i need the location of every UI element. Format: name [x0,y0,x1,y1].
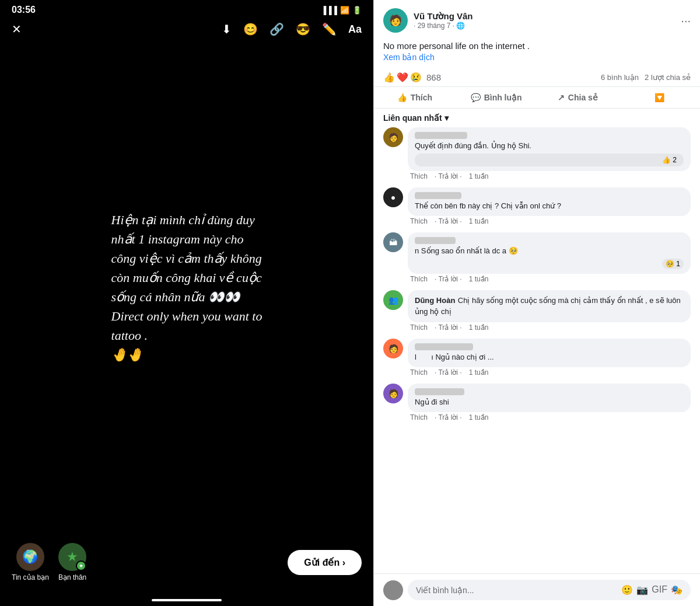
comment-username-blurred [415,388,464,395]
share-count[interactable]: 2 lượt chia sẻ [645,73,691,82]
comment-input-box[interactable]: Viết bình luận... 🙂 📷 GIF 🎭 [408,580,691,600]
comment-like-badge: 🥺 1 [662,259,684,269]
comment-text: l ı Ngủ nào chị ơi ... [415,353,494,361]
comment-username[interactable]: Dũng Hoàn [415,296,455,305]
comment-actions: Thích · Trả lời · 1 tuần [408,216,691,227]
recipient-ban-than[interactable]: ★ ★ Bạn thân [58,543,86,581]
heart-reaction-icon: ❤️ [397,72,408,83]
comment-text: Quyết định đúng đắn. Ủng hộ Shi. [415,141,531,150]
like-icon: 👍 [397,93,407,102]
status-time: 03:56 [12,5,36,15]
comment-actions: Thích · Trả lời · 1 tuần [408,412,691,423]
comment-bubble: Dũng Hoàn Chị hãy sống một cuộc sống mà … [408,290,691,322]
comment-time: 1 tuần [469,323,489,332]
sad-reaction-icon: 😢 [410,72,422,83]
comment-button[interactable]: 💬 Bình luận [456,88,537,107]
comment-text: Ngủ đi shi [415,398,449,406]
translate-link[interactable]: Xem bản dịch [383,52,691,64]
post-header-left: 🧑 Vũ Tường Vân · 29 tháng 7 · 🌐 [383,8,473,33]
comment-time: 1 tuần [469,172,489,180]
extra-icon: 🔽 [654,93,664,102]
comment-reply-action[interactable]: · Trả lời · [435,217,462,225]
story-recipients: 🌍 Tin của bạn ★ ★ Bạn thân [12,543,86,581]
comment-reply-action[interactable]: · Trả lời · [435,323,462,332]
comment-bubble: l ı Ngủ nào chị ơi ... [408,339,691,367]
comment-reply-action[interactable]: · Trả lời · [435,413,462,422]
comment-time: 1 tuần [469,368,489,377]
comment-like-action[interactable]: Thích [410,323,428,332]
comment-like-action[interactable]: Thích [410,172,428,180]
sticker-icon[interactable]: 😎 [296,22,310,36]
comment-item: ● Thế còn bên fb này chị ? Chị vẫn onl c… [383,187,691,227]
emoji-face-icon[interactable]: 😊 [243,22,258,36]
home-indicator [152,599,222,601]
story-content: Hiện tại mình chỉ dùng duy nhất 1 instag… [0,41,373,534]
comment-reply-action[interactable]: · Trả lời · [435,368,462,377]
recipient-tin-cua-ban[interactable]: 🌍 Tin của bạn [12,543,49,581]
comment-time: 1 tuần [469,413,489,422]
download-icon[interactable]: ⬇ [222,22,232,36]
comment-like-action[interactable]: Thích [410,275,428,283]
comment-item: 🏔 n Sống sao ổn nhất là dc a 🥺 🥺 1 Thích… [383,232,691,284]
text-tool-icon[interactable]: Aa [348,23,362,36]
reaction-icons[interactable]: 👍 ❤️ 😢 [383,72,422,83]
comment-count[interactable]: 6 bình luận [601,73,639,82]
sort-bar[interactable]: Liên quan nhất ▾ [374,109,700,127]
comment-avatar: ● [383,187,403,207]
comment-time: 1 tuần [469,217,489,225]
comment-input-avatar [383,580,403,600]
comment-username-blurred [415,343,473,350]
poster-meta: · 29 tháng 7 · 🌐 [414,22,473,30]
reactions-left: 👍 ❤️ 😢 868 [383,72,441,83]
comment-username-blurred [415,132,467,139]
reaction-count: 868 [426,72,441,82]
poster-info: Vũ Tường Vân · 29 tháng 7 · 🌐 [414,11,473,30]
comment-bubble: Thế còn bên fb này chị ? Chị vẫn onl chứ… [408,187,691,216]
story-bottom: 🌍 Tin của bạn ★ ★ Bạn thân Gửi đến › [0,534,373,599]
close-icon[interactable]: ✕ [12,22,22,36]
comment-avatar: 🧑 [383,384,403,403]
comment-avatar: 🏔 [383,232,403,252]
instagram-story-panel: 03:56 ▐▐▐ 📶 🔋 ✕ ⬇ 😊 🔗 😎 ✏️ Aa Hiện tại m… [0,0,373,606]
recipient-label-1: Tin của bạn [12,573,49,581]
pen-icon[interactable]: ✏️ [322,22,337,36]
comment-actions: Thích · Trả lời · 1 tuần [408,171,691,182]
like-button[interactable]: 👍 Thích [374,88,456,107]
send-button[interactable]: Gửi đến › [288,550,362,575]
green-badge-icon: ★ [76,560,86,571]
facebook-post-panel: 🧑 Vũ Tường Vân · 29 tháng 7 · 🌐 ··· No m… [373,0,700,606]
gif-icon[interactable]: GIF [652,584,667,595]
sticker-input-icon[interactable]: 🎭 [671,584,682,595]
comment-like-action[interactable]: Thích [410,368,428,377]
story-toolbar: ✕ ⬇ 😊 🔗 😎 ✏️ Aa [0,18,373,41]
comment-like-action[interactable]: Thích [410,217,428,225]
status-icons: ▐▐▐ 📶 🔋 [321,6,362,15]
comment-reply-action[interactable]: · Trả lời · [435,172,462,180]
post-header: 🧑 Vũ Tường Vân · 29 tháng 7 · 🌐 ··· [374,0,700,37]
recipient-avatar-2: ★ ★ [58,543,86,571]
comment-like-action[interactable]: Thích [410,413,428,422]
camera-icon[interactable]: 📷 [636,584,648,595]
poster-name[interactable]: Vũ Tường Vân [414,11,473,22]
share-button[interactable]: ↗ Chia sẻ [537,88,619,107]
comment-bubble: Ngủ đi shi [408,384,691,412]
link-icon[interactable]: 🔗 [270,22,284,36]
comment-actions: Thích · Trả lời · 1 tuần [408,274,691,284]
comment-reply-action[interactable]: · Trả lời · [435,275,462,283]
comment-item: 👥 Dũng Hoàn Chị hãy sống một cuộc sống m… [383,290,691,332]
battery-icon: 🔋 [352,6,362,15]
comment-like-badge: 👍 2 [659,155,680,165]
comment-actions: Thích · Trả lời · 1 tuần [408,322,691,333]
post-actions: 👍 Thích 💬 Bình luận ↗ Chia sẻ 🔽 [374,87,700,109]
emoji-icon[interactable]: 🙂 [621,584,633,595]
poster-avatar: 🧑 [383,8,408,33]
comment-username-blurred [415,192,461,199]
comment-bubble: n Sống sao ổn nhất là dc a 🥺 🥺 1 [408,232,691,274]
comment-avatar: 🧑 [383,127,403,147]
comment-icon: 💬 [471,93,481,102]
comment-username-blurred [415,237,456,244]
comment-input-area: Viết bình luận... 🙂 📷 GIF 🎭 [374,573,700,606]
more-options-button[interactable]: ··· [681,14,691,27]
extra-action-button[interactable]: 🔽 [618,88,700,107]
comment-item: 🧑 Ngủ đi shi Thích · Trả lời · 1 tuần [383,384,691,423]
